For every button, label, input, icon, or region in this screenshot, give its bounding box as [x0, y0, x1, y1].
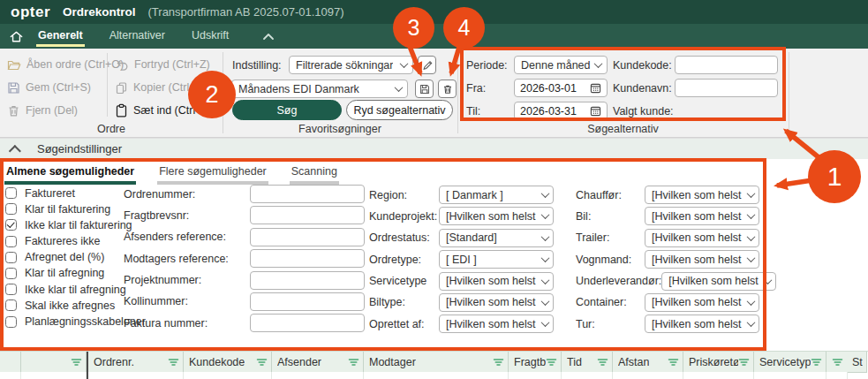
- filter-icon[interactable]: [811, 358, 822, 367]
- ribbon-tab[interactable]: Alternativer: [108, 26, 167, 47]
- dropdown[interactable]: [Hvilken som helst: [645, 207, 759, 225]
- column-header[interactable]: Pris: [826, 352, 847, 373]
- column-header[interactable]: St: [847, 352, 867, 373]
- filter-icon[interactable]: [71, 358, 82, 367]
- checkbox[interactable]: [5, 203, 17, 215]
- column-header[interactable]: Afsender: [272, 352, 364, 373]
- ribbon-tab[interactable]: Generelt: [36, 26, 85, 47]
- chevron-up-icon: [9, 145, 21, 157]
- filter-icon[interactable]: [832, 358, 843, 367]
- calendar-icon[interactable]: [590, 82, 601, 94]
- column-header[interactable]: Servicetyp: [754, 352, 826, 373]
- open-order-button[interactable]: Åben ordre (Ctrl+O): [7, 56, 124, 73]
- field-input[interactable]: [250, 292, 365, 311]
- home-icon[interactable]: [9, 29, 24, 44]
- filter-icon[interactable]: [493, 358, 504, 367]
- save-label: Gem (Ctrl+S): [26, 81, 91, 94]
- filter-icon[interactable]: [738, 358, 750, 367]
- column-header[interactable]: Afstan: [613, 352, 683, 373]
- dropdown-value: [Hvilken som helst: [446, 296, 539, 308]
- fra-label: Fra:: [466, 79, 486, 97]
- field-input[interactable]: [250, 314, 365, 332]
- field-input[interactable]: [250, 271, 365, 290]
- field-input[interactable]: [250, 249, 365, 268]
- kundekode-input[interactable]: [675, 56, 778, 74]
- save-button[interactable]: Gem (Ctrl+S): [7, 79, 91, 96]
- favorite-search-dropdown[interactable]: Månadens EDI Danmark: [231, 80, 408, 98]
- column-header[interactable]: Priskøretø: [683, 352, 754, 373]
- column-header[interactable]: Fragtbrevsnr.: [509, 352, 562, 373]
- dropdown[interactable]: [Standard]: [439, 229, 554, 247]
- search-setting-dropdown[interactable]: Filtrerade sökningar: [289, 56, 413, 74]
- dropdown-value: [Hvilken som helst: [446, 318, 539, 330]
- column-header[interactable]: [21, 352, 87, 373]
- search-button[interactable]: Søg: [232, 100, 342, 120]
- dropdown[interactable]: [Hvilken som helst: [645, 315, 759, 333]
- column-header[interactable]: [0, 352, 21, 373]
- search-settings-bar[interactable]: Søgeindstillinger: [0, 138, 868, 159]
- checkbox[interactable]: [5, 316, 17, 328]
- clear-search-options-button[interactable]: Ryd søgealternativ: [346, 100, 453, 120]
- chevron-down-icon: [764, 276, 773, 284]
- dropdown[interactable]: [Hvilken som helst: [439, 315, 554, 333]
- dropdown[interactable]: [Hvilken som helst: [645, 186, 759, 204]
- fra-date-input[interactable]: 2026-03-01: [514, 79, 608, 97]
- checkbox[interactable]: [5, 219, 17, 231]
- panel-tabs: Almene søgemulighederFlere søgemulighede…: [4, 165, 339, 185]
- filter-icon[interactable]: [256, 358, 268, 367]
- field-input[interactable]: [250, 206, 365, 224]
- dropdown[interactable]: [ Danmark ]: [439, 186, 554, 204]
- filter-icon[interactable]: [168, 358, 179, 367]
- dropdown-label: Container:: [576, 296, 645, 308]
- undo-button[interactable]: Fortryd (Ctrl+Z): [115, 56, 210, 73]
- til-date-input[interactable]: 2026-03-31: [514, 102, 608, 120]
- table-cell: [826, 372, 847, 379]
- dropdown-value: [Hvilken som helst: [668, 275, 761, 287]
- dropdown-value: [Hvilken som helst: [652, 231, 744, 244]
- filter-icon[interactable]: [348, 358, 359, 367]
- checkbox[interactable]: [5, 299, 17, 311]
- dropdown[interactable]: [Hvilken som helst: [645, 250, 759, 269]
- column-header[interactable]: Kundekode: [184, 352, 272, 373]
- panel-tab[interactable]: Almene søgemuligheder: [4, 165, 136, 185]
- periode-dropdown[interactable]: Denne måned: [514, 56, 608, 74]
- delete-button[interactable]: Fjern (Del): [7, 102, 78, 119]
- table-cell: [272, 372, 364, 379]
- calendar-icon[interactable]: [590, 105, 601, 117]
- dropdown[interactable]: [Hvilken som helst: [439, 272, 554, 291]
- checkbox[interactable]: [5, 252, 17, 263]
- dropdown-label: Trailer:: [576, 231, 645, 244]
- field-row: Modtagers reference:: [124, 249, 365, 268]
- dropdown[interactable]: [Hvilken som helst: [645, 229, 759, 247]
- kundenavn-input[interactable]: [675, 79, 778, 97]
- dropdown[interactable]: [Hvilken som helst: [439, 293, 554, 312]
- dropdown-row: Region: [ Danmark ]: [369, 186, 554, 204]
- checkbox[interactable]: [5, 236, 17, 247]
- panel-tab[interactable]: Flere søgemuligheder: [157, 165, 268, 185]
- column-header[interactable]: Modtager: [364, 352, 509, 373]
- checkbox[interactable]: [5, 268, 17, 279]
- panel-tab[interactable]: Scanning: [290, 165, 339, 185]
- table-cell: [847, 372, 848, 379]
- dropdown[interactable]: [Hvilken som helst: [645, 293, 759, 312]
- dropdown[interactable]: [Hvilken som helst: [661, 272, 776, 291]
- edit-favorite-button[interactable]: [418, 56, 436, 74]
- checkbox[interactable]: [5, 284, 17, 295]
- dropdown-row: Oprettet af: [Hvilken som helst: [369, 315, 554, 333]
- dropdown-label: Ordretype:: [369, 254, 439, 266]
- field-input[interactable]: [250, 228, 365, 246]
- save-favorite-button[interactable]: [415, 80, 434, 98]
- dropdown[interactable]: [ EDI ]: [439, 250, 554, 269]
- column-header[interactable]: Tid: [562, 352, 613, 373]
- collapse-ribbon-icon[interactable]: [262, 33, 275, 41]
- annotation-badge-2: 2: [188, 71, 236, 118]
- delete-favorite-button[interactable]: [438, 80, 457, 98]
- filter-icon[interactable]: [668, 358, 679, 367]
- ribbon-tab[interactable]: Udskrift: [190, 26, 230, 47]
- dropdown[interactable]: [Hvilken som helst: [439, 207, 554, 225]
- field-input[interactable]: [250, 185, 365, 203]
- column-header[interactable]: Ordrenr.: [87, 352, 184, 373]
- filter-icon[interactable]: [546, 358, 557, 367]
- filter-icon[interactable]: [597, 358, 608, 367]
- checkbox[interactable]: [5, 187, 17, 199]
